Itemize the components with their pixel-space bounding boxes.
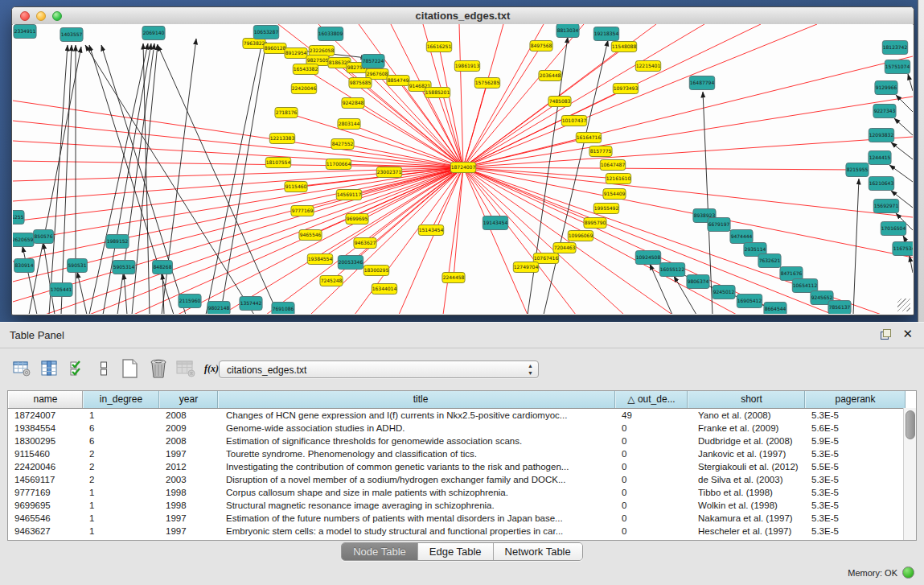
graph-edge bbox=[463, 24, 817, 167]
float-panel-icon[interactable] bbox=[881, 329, 891, 340]
delete-table-icon[interactable] bbox=[174, 356, 198, 381]
graph-node-label: 12093832 bbox=[869, 132, 894, 138]
graph-node-label: 19861913 bbox=[455, 63, 480, 68]
graph-edge bbox=[357, 167, 463, 219]
table-toolbar: f(x) citations_edges.txt ▲▼ bbox=[0, 353, 924, 387]
table-cell: 22420046 bbox=[8, 460, 83, 473]
table-cell: 2003 bbox=[159, 473, 218, 486]
table-cell: 1998 bbox=[159, 486, 218, 499]
column-header-name[interactable]: name bbox=[8, 391, 83, 408]
table-cell: 2009 bbox=[159, 422, 218, 435]
create-column-icon[interactable] bbox=[117, 356, 142, 381]
column-header-in_degree[interactable]: in_degree bbox=[83, 391, 159, 408]
table-cell: 0 bbox=[615, 499, 688, 512]
graph-node-label: 2115960 bbox=[179, 298, 201, 303]
scrollbar-thumb[interactable] bbox=[906, 410, 915, 439]
table-cell: Nakamura et al. (1997) bbox=[688, 512, 805, 525]
graph-edge bbox=[420, 86, 463, 167]
table-panel-title: Table Panel bbox=[10, 329, 64, 341]
column-header-title[interactable]: title bbox=[218, 391, 615, 408]
memory-status-indicator[interactable] bbox=[902, 566, 914, 579]
combo-stepper-icon: ▲▼ bbox=[528, 362, 533, 377]
graph-edge bbox=[13, 161, 463, 167]
graph-node-label: 12215401 bbox=[636, 63, 661, 68]
table-cell: 1 bbox=[83, 499, 159, 512]
table-row[interactable]: 946362711997Embryonic stem cells: a mode… bbox=[8, 525, 916, 538]
graph-node-label: 23002371 bbox=[377, 169, 402, 175]
table-cell: 49 bbox=[615, 409, 688, 422]
graph-edge bbox=[463, 167, 857, 170]
network-canvas[interactable]: 1872400779638228960128891295423226058982… bbox=[13, 24, 913, 314]
graph-node-label: 8471676 bbox=[781, 270, 803, 276]
column-header-year[interactable]: year bbox=[159, 391, 218, 408]
graph-node-label: 9474444 bbox=[731, 233, 753, 239]
table-row[interactable]: 946554611997Estimation of the future num… bbox=[8, 512, 916, 525]
table-cell: Dudbridge et al. (2008) bbox=[688, 435, 805, 447]
table-row[interactable]: 1872400712008Changes of HCN gene express… bbox=[8, 409, 916, 422]
table-cell: Structural magnetic resonance image aver… bbox=[218, 499, 615, 512]
graph-node-label: 16033809 bbox=[318, 31, 343, 36]
network-canvas-svg[interactable]: 1872400779638228960128891295423226058982… bbox=[13, 24, 913, 314]
show-column-icon[interactable] bbox=[37, 356, 61, 381]
delete-column-icon[interactable] bbox=[146, 356, 170, 381]
table-row[interactable]: 977716911998Corpus callosum shape and si… bbox=[8, 486, 916, 499]
table-cell: 9699695 bbox=[8, 499, 83, 512]
graph-node-label: 1705441 bbox=[51, 286, 72, 292]
graph-node-label: 23226058 bbox=[310, 47, 335, 53]
table-row[interactable]: 1938455462009Genome-wide association stu… bbox=[8, 422, 916, 435]
table-cell: 5.3E-5 bbox=[805, 512, 906, 525]
table-cell: 0 bbox=[615, 525, 688, 538]
graph-node-label: 7485083 bbox=[549, 98, 571, 104]
table-vertical-scrollbar[interactable] bbox=[903, 408, 916, 540]
table-settings-icon[interactable] bbox=[10, 356, 34, 381]
column-header-short[interactable]: short bbox=[688, 391, 805, 408]
graph-edge bbox=[443, 167, 463, 314]
table-cell: Wolkin et al. (1998) bbox=[688, 499, 805, 512]
column-header-pagerank[interactable]: pagerank bbox=[805, 391, 906, 408]
graph-node-label: 10647487 bbox=[601, 162, 626, 167]
table-row[interactable]: 911546021997Tourette syndrome. Phenomeno… bbox=[8, 447, 916, 460]
table-row[interactable]: 1456911722003Disruption of a novel membe… bbox=[8, 473, 916, 486]
graph-node-label: 9115460 bbox=[285, 183, 307, 189]
close-panel-icon[interactable]: ✕ bbox=[902, 328, 913, 340]
tab-node-table[interactable]: Node Table bbox=[342, 543, 417, 560]
table-cell: 0 bbox=[615, 447, 688, 460]
graph-node-label: 9154409 bbox=[604, 191, 626, 196]
graph-node-label: 12749704 bbox=[514, 264, 539, 270]
network-window-titlebar[interactable]: citations_edges.txt bbox=[12, 7, 914, 25]
table-row[interactable]: 1830029562008Estimation of significance … bbox=[8, 435, 916, 447]
row-height-icon[interactable] bbox=[92, 356, 116, 381]
table-cell: 1998 bbox=[159, 499, 218, 512]
window-resize-grip[interactable] bbox=[897, 299, 910, 311]
graph-node-label: 8960128 bbox=[265, 45, 286, 51]
table-cell: Corpus callosum shape and size in male p… bbox=[218, 486, 615, 499]
table-cell: 1 bbox=[83, 525, 159, 538]
graph-node-label: 1989152 bbox=[107, 238, 129, 244]
table-cell: 19384554 bbox=[8, 422, 83, 435]
tab-network-table[interactable]: Network Table bbox=[493, 543, 582, 560]
table-cell: 9115460 bbox=[8, 447, 83, 460]
graph-node-label: 9777169 bbox=[292, 208, 314, 213]
table-cell: 2008 bbox=[159, 435, 218, 447]
select-visible-columns-icon[interactable] bbox=[66, 356, 90, 381]
table-cell: 6 bbox=[83, 435, 159, 447]
attribute-table: namein_degreeyeartitle△ out_de...shortpa… bbox=[7, 390, 917, 541]
graph-node-label: 15692971 bbox=[874, 203, 899, 208]
graph-edge bbox=[463, 83, 487, 167]
table-panel-header: Table Panel ✕ bbox=[0, 323, 924, 348]
graph-node-label: 9806374 bbox=[688, 278, 709, 284]
graph-node-label: 8497568 bbox=[531, 43, 552, 48]
graph-edge bbox=[463, 167, 913, 257]
table-cell: 0 bbox=[615, 422, 688, 435]
table-row[interactable]: 969969511998Structural magnetic resonanc… bbox=[8, 499, 916, 512]
graph-node-label: 1403557 bbox=[61, 31, 83, 37]
table-selector-value: citations_edges.txt bbox=[227, 365, 306, 376]
table-selector[interactable]: citations_edges.txt ▲▼ bbox=[219, 360, 539, 378]
table-row[interactable]: 2242004622012Investigating the contribut… bbox=[8, 460, 916, 473]
tab-edge-table[interactable]: Edge Table bbox=[417, 543, 493, 560]
graph-node-label: 9245652 bbox=[811, 295, 833, 300]
column-header-out_de[interactable]: △ out_de... bbox=[615, 391, 688, 408]
table-cell: 2 bbox=[83, 473, 159, 486]
table-cell: 0 bbox=[615, 435, 688, 447]
table-cell: 9465546 bbox=[8, 512, 83, 525]
